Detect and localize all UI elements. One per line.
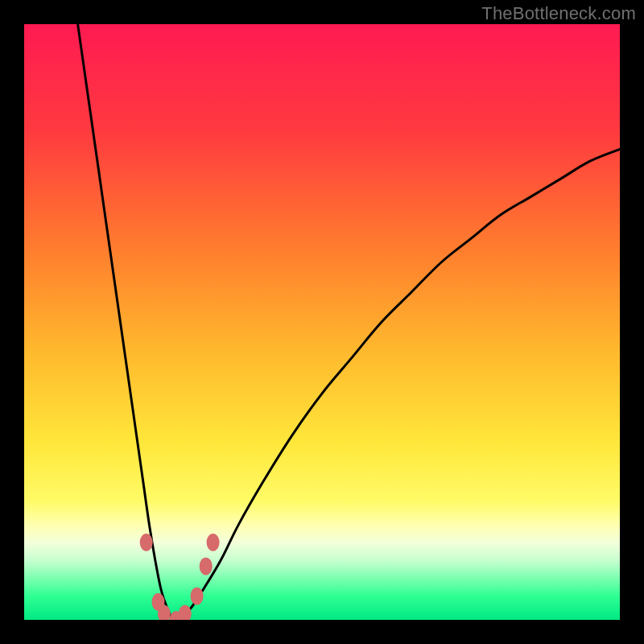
gradient-background — [24, 24, 620, 620]
watermark-text: TheBottleneck.com — [481, 3, 636, 24]
marker-point — [140, 534, 153, 551]
bottleneck-chart — [24, 24, 620, 620]
marker-point — [200, 557, 213, 575]
marker-point — [191, 587, 204, 605]
chart-frame: TheBottleneck.com — [0, 0, 644, 644]
plot-area — [24, 24, 620, 620]
marker-point — [207, 534, 220, 551]
